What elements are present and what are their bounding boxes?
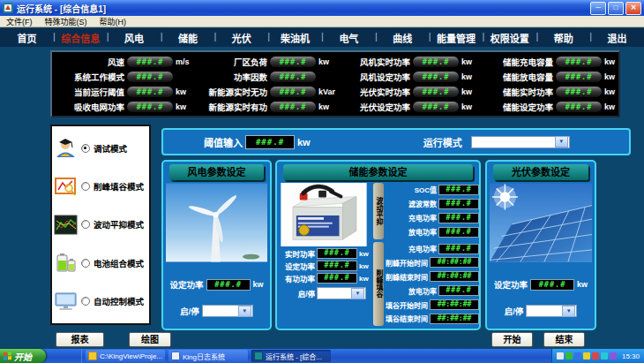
menu-file[interactable]: 文件(F) [6, 16, 33, 27]
nav-home[interactable]: 首页 [0, 31, 54, 45]
storage-set-power-input[interactable]: ###.# [317, 261, 357, 271]
radio-peak-shaving-mode[interactable] [81, 182, 90, 191]
group-rows: 充电功率###.#kw 削峰开始时间##:##:## 削峰结束时间##:##:#… [386, 242, 481, 326]
group-rows: SOC值###.#% 滤波常数###.# 充电功率###.#kw 放电功率###… [386, 183, 481, 239]
nav-permissions[interactable]: 权限设置 [483, 31, 536, 45]
discharge-power-input[interactable]: ###.# [438, 227, 479, 238]
menu-help[interactable]: 帮助(H) [100, 16, 127, 27]
mode-label: 削峰填谷模式 [94, 180, 144, 193]
radio-auto-control-mode[interactable] [81, 297, 90, 306]
radio-battery-combo-mode[interactable] [81, 259, 90, 268]
draw-button[interactable]: 绘图 [129, 332, 171, 347]
nav-electric[interactable]: 电气 [322, 31, 376, 45]
chevron-down-icon[interactable]: ▼ [351, 288, 364, 299]
charge-power-input[interactable]: ###.# [438, 213, 479, 223]
peak-end-time-input[interactable]: ##:##:## [430, 271, 479, 282]
filter-constant-input[interactable]: ###.# [438, 199, 479, 209]
minimize-icon[interactable]: ─ [590, 2, 606, 15]
nav-help[interactable]: 帮助 [536, 31, 590, 45]
app-icon [3, 3, 13, 13]
mode-item-battery-combo[interactable]: 电池组合模式 [54, 252, 147, 274]
run-mode-select[interactable]: ▼ [471, 136, 570, 148]
set-power-unit: kw [577, 280, 588, 289]
pv-switch-row: 启/停 ▼ [487, 305, 595, 317]
metric-display: ###.# [270, 57, 316, 67]
metric-power-factor: 功率因数###.# [197, 71, 340, 83]
filter-constant-row: 滤波常数###.# [386, 199, 481, 209]
nav-overview[interactable]: 综合信息 [54, 31, 108, 45]
taskbar-task-king-log[interactable]: King日志系统 [168, 350, 248, 362]
set-power-label: 设定功率 [494, 278, 528, 291]
threshold-unit: kw [297, 137, 311, 147]
metric-display: ###.# [127, 57, 173, 67]
mode-item-debug[interactable]: 调试模式 [54, 137, 147, 159]
metric-label: 系统工作模式 [54, 71, 124, 83]
nav-energy-mgmt[interactable]: 能量管理 [430, 31, 483, 45]
menu-special-functions[interactable]: 特殊功能(S) [45, 16, 87, 27]
fluctuation-smoothing-group: 波动平抑 SOC值###.#% 滤波常数###.# 充电功率###.#kw 放电… [373, 183, 481, 239]
row-label: 放电功率 [386, 286, 437, 296]
taskbar-task-kingview-project[interactable]: C:\KingView\Proje... [86, 350, 165, 362]
ps-discharge-power-input[interactable]: ###.# [438, 285, 479, 296]
radio-debug-mode[interactable] [81, 144, 90, 153]
tray-shield-icon[interactable] [565, 352, 573, 359]
nav-exit[interactable]: 退出 [590, 31, 644, 45]
radio-fluctuation-mode[interactable] [81, 220, 90, 229]
report-button[interactable]: 报表 [56, 332, 104, 347]
storage-realtime-power-row: 实时功率 ###.# kw [280, 248, 371, 259]
nav-curves[interactable]: 曲线 [376, 31, 430, 45]
tray-hide-icon[interactable] [557, 352, 564, 359]
close-icon[interactable]: ✕ [625, 2, 641, 15]
metric-unit: kw [176, 87, 197, 96]
tray-network-icon[interactable] [574, 352, 581, 359]
storage-switch-select[interactable]: ▼ [317, 287, 366, 299]
metric-unit: kw [461, 57, 483, 66]
windows-logo-icon [4, 352, 11, 360]
start-button[interactable]: 开始 [491, 332, 533, 347]
row-label: 充电功率 [386, 244, 437, 253]
folder-icon [88, 352, 97, 360]
chevron-down-icon[interactable]: ▼ [555, 136, 568, 147]
metric-label: 功率因数 [197, 71, 267, 83]
wind-set-power-input[interactable]: ###.# [206, 279, 251, 291]
mode-item-auto-control[interactable]: 自动控制模式 [54, 291, 147, 313]
nav-storage[interactable]: 储能 [161, 31, 214, 45]
metric-display: ###.# [127, 102, 173, 112]
mode-item-fluctuation[interactable]: 波动平抑模式 [54, 214, 147, 236]
metric-unit: kw [318, 57, 340, 66]
group-vertical-label: 波动平抑 [373, 183, 384, 239]
tray-status-icon[interactable] [592, 352, 599, 359]
nav-diesel[interactable]: 柴油机 [268, 31, 322, 45]
mode-item-peak-shaving[interactable]: 削峰填谷模式 [54, 176, 147, 198]
tray-app-icon[interactable] [610, 352, 617, 359]
solar-panel-image [490, 182, 592, 263]
ps-charge-power-input[interactable]: ###.# [438, 244, 479, 254]
valley-start-time-input[interactable]: ##:##:## [430, 299, 479, 310]
chevron-down-icon[interactable]: ▼ [562, 306, 575, 317]
storage-switch-row: 启/停 ▼ [280, 287, 371, 299]
metric-label: 光伏实时功率 [340, 86, 410, 98]
end-button[interactable]: 结束 [543, 332, 585, 347]
valley-end-time-input[interactable]: ##:##:## [430, 314, 479, 324]
pv-switch-select[interactable]: ▼ [526, 305, 577, 317]
nav-wind[interactable]: 风电 [108, 31, 161, 45]
row-label: SOC值 [386, 185, 437, 194]
taskbar-start-button[interactable]: 开始 [0, 349, 46, 363]
window-title: 运行系统 - [综合信息1] [17, 2, 106, 15]
storage-active-power-row: 有功功率 ###.# kw [280, 273, 371, 284]
metric-display: ###.# [270, 72, 316, 82]
wind-switch-select[interactable]: ▼ [202, 305, 253, 317]
maximize-icon[interactable]: □ [608, 2, 624, 15]
metric-label: 储能实时功率 [483, 86, 553, 98]
auto-control-monitor-icon [54, 291, 78, 313]
taskbar-task-run-system[interactable]: 运行系统 - [综合... [251, 350, 331, 362]
metric-unit: kw [604, 87, 625, 96]
pv-set-power-input[interactable]: ###.# [530, 279, 574, 291]
tray-volume-icon[interactable] [601, 352, 608, 359]
nav-pv[interactable]: 光伏 [214, 31, 268, 45]
threshold-input[interactable]: ###.# [245, 135, 295, 149]
tray-warning-icon[interactable] [583, 352, 590, 359]
peak-start-time-input[interactable]: ##:##:## [430, 257, 479, 268]
metric-label: 风机设定功率 [340, 71, 410, 83]
chevron-down-icon[interactable]: ▼ [238, 306, 251, 317]
